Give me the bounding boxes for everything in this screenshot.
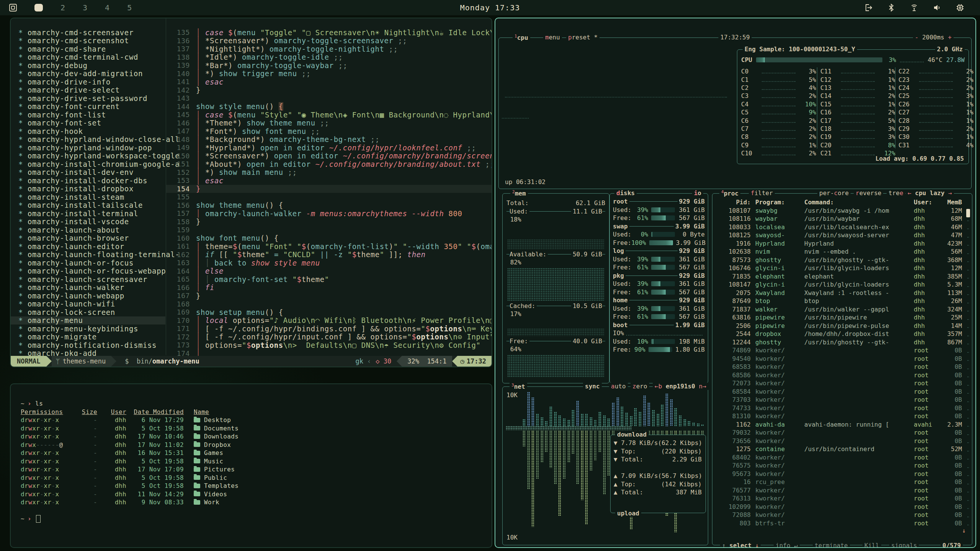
file-item[interactable]: *omarchy-launch-or-focus: [11, 259, 165, 267]
file-item[interactable]: *omarchy-launch-floating-terminal-: [11, 251, 165, 259]
file-item[interactable]: *omarchy-dev-add-migration: [11, 70, 165, 78]
file-item[interactable]: *omarchy-launch-webapp: [11, 292, 165, 300]
process-row[interactable]: 108116waybar/usr/bin/waybardhh68M0.0: [715, 215, 969, 223]
code-line[interactable]: 145│ case $(menu "Style" "◉ Theme\n◈ Fon…: [166, 111, 492, 119]
file-item[interactable]: *omarchy-cmd-screenshot: [11, 37, 165, 45]
file-item[interactable]: *omarchy-debug: [11, 61, 165, 70]
code-line[interactable]: 162│ if [[ "$theme" = "CNCLD" || -z "$th…: [166, 251, 492, 259]
file-item[interactable]: *omarchy-cmd-screensaver: [11, 28, 165, 37]
code-line[interactable]: 150│ *Screensaver*) open_in_editor ~/.co…: [166, 152, 492, 160]
code-line[interactable]: 152│ *) show_main_menu ;;: [166, 168, 492, 177]
file-item[interactable]: *omarchy-hook: [11, 127, 165, 135]
process-row[interactable]: 76577kworker/root0B0.0: [715, 486, 969, 495]
file-item[interactable]: *omarchy-install-docker-dbs: [11, 176, 165, 185]
file-item[interactable]: *omarchy-notification-dismiss: [11, 341, 165, 349]
file-item[interactable]: *omarchy-drive-info: [11, 78, 165, 86]
tab-cpu[interactable]: 1cpu: [513, 34, 530, 41]
code-line[interactable]: 151│ *About*) open_in_editor ~/.config/o…: [166, 160, 492, 168]
process-row[interactable]: 87573ghostty/usr/bin/ghostty --gtk-dhh36…: [715, 256, 969, 264]
tab-disks[interactable]: disks: [614, 189, 637, 197]
code-line[interactable]: 155: [166, 193, 492, 201]
file-item[interactable]: *omarchy-drive-set-password: [11, 94, 165, 103]
tab-menu[interactable]: menu: [543, 34, 562, 41]
file-item[interactable]: *omarchy-menu-keybindings: [11, 324, 165, 333]
code-line[interactable]: 135│ case $(menu "Toggle" "▢ Screensaver…: [166, 28, 492, 37]
process-row[interactable]: 108107swaybg/usr/bin/swaybg -i /homdhh12…: [715, 207, 969, 215]
code-line[interactable]: 140│ *) show_trigger_menu ;;: [166, 70, 492, 78]
proc-scrollbar[interactable]: [966, 209, 970, 217]
code-line[interactable]: 154}: [166, 185, 492, 193]
tab-proc[interactable]: 4proc: [719, 189, 740, 197]
process-row[interactable]: 2506pipewire/usr/bin/pipewire-pulsedhh14…: [715, 322, 969, 330]
process-row[interactable]: 106746glycin-i/usr/lib/glycin-loadersdhh…: [715, 264, 969, 272]
net-interface[interactable]: ←b enp191s0 n→: [653, 383, 708, 390]
file-item[interactable]: *omarchy-hyprland-workspace-toggle: [11, 152, 165, 160]
process-row[interactable]: 73703kworker/root0B0.0: [715, 396, 969, 404]
proc-sort[interactable]: ← cpu lazy →: [906, 189, 954, 197]
file-item[interactable]: *omarchy-hyprland-window-close-all: [11, 135, 165, 144]
process-row[interactable]: 94540kworker/root0B0.0: [715, 355, 969, 363]
code-line[interactable]: 158}: [166, 218, 492, 226]
proc-terminate[interactable]: terminate: [813, 542, 850, 548]
process-row[interactable]: 76575kworker/root0B0.0: [715, 461, 969, 470]
file-item[interactable]: *omarchy-install-vscode: [11, 218, 165, 226]
code-line[interactable]: 141│ esac: [166, 78, 492, 86]
prompt-line[interactable]: ~ ›: [21, 515, 485, 523]
file-item[interactable]: *omarchy-lock-screen: [11, 308, 165, 316]
code-line[interactable]: 156show_theme_menu() {: [166, 201, 492, 210]
process-row[interactable]: 71837walker/usr/bin/walker --gappldhh324…: [715, 305, 969, 314]
process-row[interactable]: 108147glycin-i/usr/lib/glycin-loadersdhh…: [715, 280, 969, 289]
code-line[interactable]: 143: [166, 94, 492, 103]
file-item[interactable]: *omarchy-launch-editor: [11, 242, 165, 251]
net-sync[interactable]: sync: [583, 383, 602, 390]
file-item[interactable]: *omarchy-launch-walker: [11, 284, 165, 292]
code-line[interactable]: 159: [166, 226, 492, 234]
update-interval[interactable]: - 2000ms +: [913, 34, 954, 41]
file-item[interactable]: *omarchy-install-dropbox: [11, 185, 165, 193]
code-line[interactable]: 169show_setup_menu() {: [166, 308, 492, 316]
process-row[interactable]: 1916HyprlandHyprlanddhh423M0.1: [715, 240, 969, 248]
code-line[interactable]: 160show_font_menu() {: [166, 234, 492, 243]
process-row[interactable]: 1275containe/usr/bin/containerdroot52M0.…: [715, 445, 969, 453]
process-row[interactable]: 74869kworker/root0B0.0: [715, 346, 969, 355]
file-item[interactable]: *omarchy-launch-wifi: [11, 300, 165, 308]
process-row[interactable]: 72073kworker/root0B0.0: [715, 379, 969, 388]
proc-filter[interactable]: filter: [749, 189, 775, 197]
file-item[interactable]: *omarchy-hyprland-window-pop: [11, 143, 165, 152]
process-row[interactable]: 102099kworker/root0B0.0: [715, 503, 969, 511]
process-row[interactable]: 1162avahi-daavahi-daemon: running [avahi…: [715, 421, 969, 429]
file-item[interactable]: *omarchy-launch-screensaver: [11, 275, 165, 284]
process-row[interactable]: 73656kworker/root0B0.0: [715, 437, 969, 445]
scroll-down-icon[interactable]: ↓: [962, 527, 966, 534]
code-line[interactable]: 167}: [166, 292, 492, 300]
code-line[interactable]: 142}: [166, 86, 492, 95]
proc-tree[interactable]: tree: [887, 189, 905, 197]
process-row[interactable]: 72088kworker/root0B0.0: [715, 511, 969, 519]
file-item[interactable]: *omarchy-install-steam: [11, 193, 165, 201]
code-line[interactable]: 149│ *Hyprland*) open_in_editor ~/.confi…: [166, 143, 492, 152]
file-item[interactable]: *omarchy-drive-select: [11, 86, 165, 95]
file-item[interactable]: *omarchy-font-current: [11, 103, 165, 111]
process-row[interactable]: 63816pipewire/usr/bin/pipewiredhh25M0.0: [715, 313, 969, 322]
process-row[interactable]: 81310kworker/root0B0.0: [715, 412, 969, 421]
file-item[interactable]: *omarchy-install-chromium-google-a: [11, 160, 165, 168]
code-line[interactable]: 172│ [ -f ~/.config/hypr/input.conf ] &&…: [166, 333, 492, 341]
proc-reverse[interactable]: reverse: [854, 189, 883, 197]
process-row[interactable]: 68402kworker/root0B0.0: [715, 453, 969, 462]
file-item[interactable]: *omarchy-font-list: [11, 111, 165, 119]
proc-kill[interactable]: Kill: [862, 542, 881, 548]
code-line[interactable]: 166│ fi: [166, 284, 492, 292]
process-row[interactable]: 108125swayosd-/usr/bin/swayosd-serverdhh…: [715, 231, 969, 240]
process-row[interactable]: 108033localsea/usr/lib/localsearch-exdhh…: [715, 223, 969, 231]
code-line[interactable]: 171│ [ -f ~/.config/hypr/bindings.conf ]…: [166, 324, 492, 333]
proc-signals[interactable]: signals: [889, 542, 919, 548]
process-row[interactable]: 71835elephantelephantdhh385M0.0: [715, 272, 969, 281]
file-item[interactable]: *omarchy-launch-browser: [11, 234, 165, 243]
file-item[interactable]: *omarchy-launch-about: [11, 226, 165, 234]
code-line[interactable]: 147│ *Font*) show_font_menu ;;: [166, 127, 492, 135]
code-line[interactable]: 163│ │ back_to show_style_menu: [166, 259, 492, 267]
process-row[interactable]: 68586kworker/root0B0.0: [715, 371, 969, 380]
process-row[interactable]: 68584kworker/root0B0.0: [715, 388, 969, 396]
code-line[interactable]: 165│ │ omarchy-font-set "$theme": [166, 275, 492, 284]
file-item[interactable]: *omarchy-cmd-terminal-cwd: [11, 53, 165, 62]
